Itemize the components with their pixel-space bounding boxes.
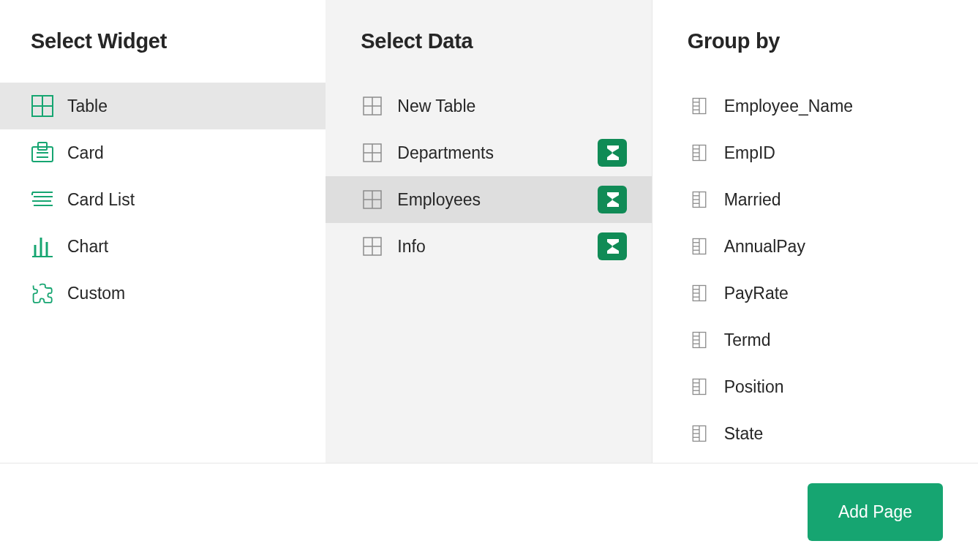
data-column-title: Select Data [326, 29, 651, 83]
widget-column: Select Widget TableCardCard ListChartCus… [0, 0, 326, 463]
groupby-column-title: Group by [652, 29, 978, 83]
sigma-icon[interactable] [598, 139, 627, 167]
table-icon [361, 94, 384, 118]
column-icon [688, 375, 711, 398]
sigma-icon[interactable] [598, 186, 627, 213]
column-icon [688, 281, 711, 305]
widget-item-cardlist[interactable]: Card List [0, 176, 326, 223]
widget-item-card[interactable]: Card [0, 129, 326, 176]
table-icon [361, 141, 384, 164]
column-icon [688, 188, 711, 211]
footer-bar: Add Page [0, 463, 978, 560]
column-icon [688, 422, 711, 445]
widget-column-title: Select Widget [0, 29, 326, 83]
groupby-item[interactable]: Position [652, 363, 978, 410]
cardlist-icon [31, 188, 54, 211]
groupby-item-label: State [724, 424, 963, 444]
widget-item-label: Custom [67, 284, 311, 303]
data-item[interactable]: Employees [326, 176, 651, 223]
groupby-item[interactable]: Termd [652, 317, 978, 363]
data-list: New TableDepartmentsEmployeesInfo [326, 83, 651, 270]
groupby-item[interactable]: Employee_Name [652, 83, 978, 129]
data-item[interactable]: Info [326, 223, 651, 270]
groupby-item-label: Position [724, 377, 963, 397]
table-icon [361, 235, 384, 258]
groupby-item-label: Termd [724, 330, 963, 350]
widget-item-label: Card [67, 143, 311, 163]
groupby-item[interactable]: EmpID [652, 129, 978, 176]
add-page-button[interactable]: Add Page [808, 483, 943, 541]
data-item-label: Employees [397, 190, 584, 210]
groupby-column: Group by Employee_NameEmpIDMarriedAnnual… [652, 0, 978, 463]
groupby-item-label: Employee_Name [724, 97, 963, 116]
sigma-icon[interactable] [598, 232, 627, 260]
chart-icon [31, 235, 54, 258]
groupby-item[interactable]: PayRate [652, 270, 978, 317]
column-icon [688, 235, 711, 258]
data-item-label: Info [397, 237, 584, 257]
widget-item-custom[interactable]: Custom [0, 270, 326, 317]
groupby-item-label: AnnualPay [724, 237, 963, 257]
groupby-list: Employee_NameEmpIDMarriedAnnualPayPayRat… [652, 83, 978, 457]
widget-item-label: Table [67, 97, 311, 116]
table-icon [361, 188, 384, 211]
groupby-item-label: Married [724, 190, 963, 210]
column-icon [688, 141, 711, 164]
custom-icon [31, 281, 54, 305]
groupby-item[interactable]: State [652, 410, 978, 457]
data-item-label: New Table [397, 97, 626, 116]
data-item-label: Departments [397, 143, 584, 163]
groupby-item[interactable]: Married [652, 176, 978, 223]
groupby-item-label: EmpID [724, 143, 963, 163]
widget-item-label: Chart [67, 237, 311, 257]
columns-container: Select Widget TableCardCard ListChartCus… [0, 0, 978, 463]
data-item[interactable]: Departments [326, 129, 651, 176]
column-icon [688, 94, 711, 118]
table-icon [31, 94, 54, 118]
widget-item-table[interactable]: Table [0, 83, 326, 129]
column-icon [688, 328, 711, 352]
card-icon [31, 141, 54, 164]
groupby-item-label: PayRate [724, 284, 963, 303]
data-item[interactable]: New Table [326, 83, 651, 129]
data-column: Select Data New TableDepartmentsEmployee… [326, 0, 652, 463]
widget-list: TableCardCard ListChartCustom [0, 83, 326, 317]
widget-item-label: Card List [67, 190, 311, 210]
widget-item-chart[interactable]: Chart [0, 223, 326, 270]
groupby-item[interactable]: AnnualPay [652, 223, 978, 270]
